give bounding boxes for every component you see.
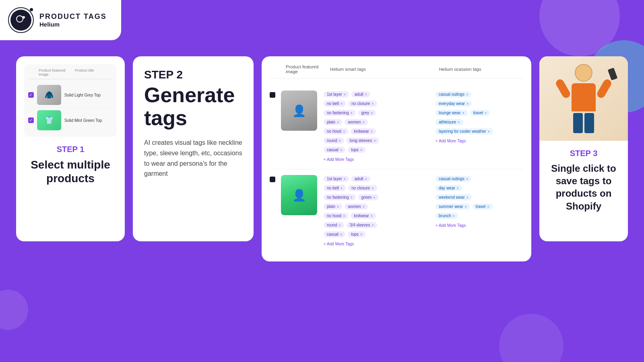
occasion-row-2b: day wear × (435, 184, 523, 192)
add-more-occasion-btn-1[interactable]: + Add More Tags (436, 139, 466, 143)
product-row-img-inner-2: 👤 (281, 175, 317, 215)
occasion-row-2c: weekend wear × (435, 193, 523, 201)
tag-brunch-2[interactable]: brunch × (436, 213, 458, 219)
tag-weekend-wear-2[interactable]: weekend wear × (436, 194, 472, 200)
row-checkbox-2[interactable] (270, 177, 275, 182)
tag-tops-1[interactable]: tops × (348, 147, 365, 153)
step3-title: Single click to save tags to products on… (547, 162, 620, 212)
step2-desc: AI creates visual tags like neckline typ… (144, 138, 242, 179)
header-title-group: PRODUCT TAGS Helium (39, 12, 107, 28)
smart-tags-row-1c: no fastening × grey × (323, 109, 429, 117)
product-checkbox-2[interactable] (28, 117, 34, 123)
tag-grey-1[interactable]: grey × (358, 110, 376, 116)
smart-tags-row-2e: no hood × knitwear × (323, 212, 429, 220)
product-img-inner-2: 👕 (37, 110, 61, 130)
smart-tags-row-2g: casual × tops × (323, 230, 429, 238)
add-more-btn-1[interactable]: + Add More Tags (324, 157, 354, 162)
tag-plain-2[interactable]: plain × (324, 204, 342, 210)
tag-no-hood-1[interactable]: no hood × (324, 128, 348, 134)
tag-women-2[interactable]: women × (345, 204, 368, 210)
add-more-btn-2[interactable]: + Add More Tags (324, 242, 354, 246)
tag-casual-outings-1[interactable]: casual outings × (436, 91, 471, 97)
header-subtitle: Helium (39, 21, 107, 28)
product-checkbox-1[interactable] (28, 92, 34, 98)
tag-green-2[interactable]: green × (358, 194, 379, 200)
step3-number: STEP 3 (547, 149, 620, 158)
tag-travel-2[interactable]: travel × (473, 204, 493, 210)
tag-no-belt-2[interactable]: no belt × (324, 185, 346, 191)
smart-tags-row-1g: casual × tops × (323, 146, 429, 154)
smart-tags-row-1e: no hood × knitwear × (323, 128, 429, 135)
smart-tags-row-2c: no fastening × green × (323, 193, 429, 201)
product-list: Product featured image Product title 🧥 S… (24, 64, 117, 137)
step2-card: STEP 2 Generate tags AI creates visual t… (133, 56, 254, 241)
smart-tags-row-2f: round × 3/4 sleeves × (323, 221, 429, 229)
header: PRODUCT TAGS Helium (0, 0, 121, 40)
occasion-tags-1: casual outings × everyday wear × lounge … (435, 90, 523, 145)
occasion-row-2d: summer wear × travel × (435, 203, 523, 210)
tag-athleisure-1[interactable]: athleisure × (436, 119, 463, 125)
tag-1st-layer-1[interactable]: 1st layer × (324, 91, 349, 97)
product-row-2: 👤 1st layer × adult × no belt × no closu… (270, 169, 523, 253)
smart-tags-row-1a: 1st layer × adult × (323, 90, 429, 98)
main-content: Product featured image Product title 🧥 S… (16, 56, 628, 261)
step3-card: STEP 3 Single click to save tags to prod… (539, 56, 628, 241)
product-item-1[interactable]: 🧥 Solid Light Grey Top (28, 82, 113, 108)
tag-layering-1[interactable]: layering for cooler weather × (436, 128, 493, 134)
smart-tags-row-2a: 1st layer × adult × (323, 175, 429, 183)
occasion-row-1e: layering for cooler weather × (435, 128, 523, 135)
tag-adult-2[interactable]: adult × (351, 176, 370, 182)
row-checkbox-1[interactable] (270, 92, 275, 98)
tag-no-fastening-2[interactable]: no fastening × (324, 194, 356, 200)
tag-no-belt-1[interactable]: no belt × (324, 101, 346, 107)
tag-women-1[interactable]: women × (345, 119, 368, 125)
tag-no-closure-1[interactable]: no closure × (348, 101, 377, 107)
tag-long-sleeves-1[interactable]: long sleeves × (347, 138, 379, 144)
tag-casual-1[interactable]: casual × (324, 147, 345, 153)
tag-round-1[interactable]: round × (324, 138, 344, 144)
product-img-inner-1: 🧥 (37, 85, 61, 105)
step2-number: STEP 2 (144, 68, 242, 81)
tag-lounge-wear-1[interactable]: lounge wear × (436, 110, 468, 116)
tag-no-closure-2[interactable]: no closure × (348, 185, 377, 191)
tag-day-wear-2[interactable]: day wear × (436, 185, 462, 191)
tags-col-occasion-header: Helium ocassion tags (439, 67, 523, 72)
tags-col-image-header: Product featured image (286, 64, 322, 74)
tag-casual-2[interactable]: casual × (324, 231, 345, 237)
deco-circle-3 (0, 290, 28, 330)
product-list-header: Product featured image Product title (28, 68, 113, 79)
occasion-row-2e: brunch × (435, 212, 523, 220)
tag-round-2[interactable]: round × (324, 222, 344, 228)
step2-title: Generate tags (144, 84, 242, 130)
tag-knitwear-1[interactable]: knitwear × (351, 128, 376, 134)
header-title: PRODUCT TAGS (39, 12, 107, 21)
tags-panel-header: Product featured image Helium smart tags… (270, 64, 523, 78)
tag-tops-2[interactable]: tops × (348, 231, 365, 237)
product-row-img-1: 👤 (281, 90, 317, 131)
add-more-occasion-btn-2[interactable]: + Add More Tags (436, 223, 466, 228)
tag-knitwear-2[interactable]: knitwear × (351, 213, 376, 219)
product-row-img-inner-1: 👤 (281, 90, 317, 131)
tag-no-fastening-1[interactable]: no fastening × (324, 110, 356, 116)
tag-summer-wear-2[interactable]: summer wear × (436, 204, 470, 210)
deco-circle-4 (499, 314, 564, 362)
occasion-tags-2: casual outings × day wear × weekend wear… (435, 175, 523, 229)
smart-tags-row-2d: plain × women × (323, 203, 429, 210)
tags-col-smart-header: Helium smart tags (330, 67, 431, 72)
smart-tags-row-1f: round × long sleeves × (323, 137, 429, 144)
tag-1st-layer-2[interactable]: 1st layer × (324, 176, 349, 182)
tag-no-hood-2[interactable]: no hood × (324, 213, 348, 219)
tag-34-sleeves-2[interactable]: 3/4 sleeves × (347, 222, 377, 228)
tags-panel: Product featured image Helium smart tags… (262, 56, 531, 261)
tag-travel-1[interactable]: travel × (470, 110, 490, 116)
occasion-row-1a: casual outings × (435, 90, 523, 98)
step1-card: Product featured image Product title 🧥 S… (16, 56, 125, 241)
tag-everyday-wear-1[interactable]: everyday wear × (436, 101, 472, 107)
smart-tags-row-2b: no belt × no closure × (323, 184, 429, 192)
tag-casual-outings-2[interactable]: casual outings × (436, 176, 471, 182)
product-name-1: Solid Light Grey Top (64, 93, 101, 97)
step1-number: STEP 1 (24, 145, 117, 154)
tag-adult-1[interactable]: adult × (351, 91, 370, 97)
tag-plain-1[interactable]: plain × (324, 119, 342, 125)
product-item-2[interactable]: 👕 Solid Mint Green Top (28, 108, 113, 133)
